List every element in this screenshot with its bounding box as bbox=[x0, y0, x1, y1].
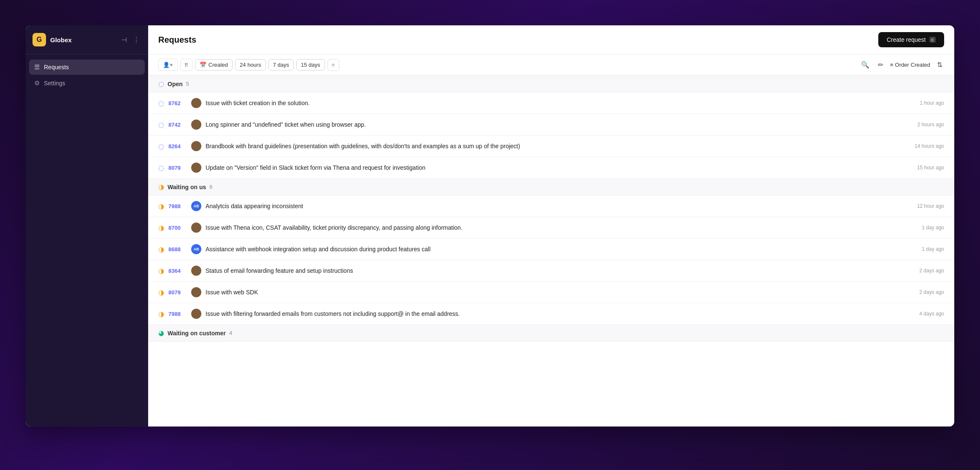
table-row[interactable]: ◑ 8700 Issue with Thena icon, CSAT avail… bbox=[148, 217, 954, 239]
sidebar-item-label-settings: Settings bbox=[44, 80, 65, 87]
status-icon-open: ◌ bbox=[158, 99, 164, 107]
status-icon-waiting-us: ◑ bbox=[158, 267, 164, 275]
request-title: Assistance with webhook integration setu… bbox=[206, 246, 902, 253]
sort-label[interactable]: ≡ Order Created bbox=[890, 62, 930, 68]
sidebar-header-actions: ⊣ ⋮ bbox=[119, 35, 141, 45]
table-row[interactable]: ◑ 8079 Issue with web SDK 2 days ago bbox=[148, 282, 954, 303]
sidebar-item-settings[interactable]: ⚙ Settings bbox=[29, 76, 145, 91]
add-filter-button[interactable]: + bbox=[328, 59, 339, 71]
search-button[interactable]: 🔍 bbox=[859, 59, 871, 71]
request-time: 15 hour ago bbox=[906, 165, 944, 171]
request-id: 8079 bbox=[168, 289, 187, 296]
open-group-count: 5 bbox=[186, 81, 189, 87]
created-filter-label: Created bbox=[208, 62, 228, 68]
status-icon-open: ◌ bbox=[158, 121, 164, 129]
request-time: 1 day ago bbox=[906, 246, 944, 252]
request-id: 8079 bbox=[168, 165, 187, 171]
filter-bar: 👤+ !! 📅 Created 24 hours 7 days 15 days bbox=[148, 54, 954, 76]
request-time: 2 days ago bbox=[906, 289, 944, 295]
request-title: Update on "Version" field in Slack ticke… bbox=[206, 164, 902, 171]
add-member-icon: 👤+ bbox=[163, 62, 173, 68]
request-id: 8762 bbox=[168, 100, 187, 106]
request-title: Issue with filtering forwarded emails fr… bbox=[206, 310, 902, 317]
request-title: Status of email forwarding feature and s… bbox=[206, 267, 902, 274]
sidebar-logo: G bbox=[32, 33, 46, 46]
avatar bbox=[191, 120, 201, 130]
24h-filter-tag[interactable]: 24 hours bbox=[235, 59, 266, 71]
status-icon-waiting-us: ◑ bbox=[158, 288, 164, 296]
waiting-customer-group-label: Waiting on customer bbox=[168, 330, 226, 337]
avatar bbox=[191, 141, 201, 151]
waiting-us-group-count: 6 bbox=[209, 184, 212, 190]
request-title: Issue with web SDK bbox=[206, 289, 902, 296]
table-row[interactable]: ◑ 8688 AB Assistance with webhook integr… bbox=[148, 239, 954, 260]
sidebar-header: G Globex ⊣ ⋮ bbox=[26, 25, 148, 54]
add-member-filter-btn[interactable]: 👤+ bbox=[158, 59, 178, 71]
sort-adjust-icon: ⇅ bbox=[937, 61, 942, 69]
top-bar: Requests Create request c bbox=[148, 25, 954, 54]
create-request-button[interactable]: Create request c bbox=[878, 32, 944, 47]
request-id: 7988 bbox=[168, 311, 187, 317]
group-header-waiting-us: ◑ Waiting on us 6 bbox=[148, 179, 954, 196]
sort-order-label: Order bbox=[895, 62, 909, 68]
sort-icon: ≡ bbox=[890, 62, 893, 68]
filter-bar-left: 👤+ !! 📅 Created 24 hours 7 days 15 days bbox=[158, 59, 857, 71]
15d-filter-tag[interactable]: 15 days bbox=[296, 59, 325, 71]
sidebar-item-label-requests: Requests bbox=[44, 64, 69, 71]
avatar bbox=[191, 223, 201, 233]
table-row[interactable]: ◌ 8742 Long spinner and "undefined" tick… bbox=[148, 114, 954, 136]
main-content: Requests Create request c 👤+ !! 📅 Create… bbox=[148, 25, 954, 427]
sidebar-app-name: Globex bbox=[50, 36, 115, 43]
waiting-us-group-label: Waiting on us bbox=[168, 184, 206, 190]
request-title: Issue with Thena icon, CSAT availability… bbox=[206, 224, 902, 231]
request-time: 2 days ago bbox=[906, 268, 944, 274]
status-icon-waiting-us: ◑ bbox=[158, 202, 164, 210]
sidebar-item-requests[interactable]: ☰ Requests bbox=[29, 60, 145, 75]
request-time: 14 hours ago bbox=[906, 143, 944, 149]
edit-columns-button[interactable]: ✏ bbox=[876, 59, 885, 71]
table-row[interactable]: ◑ 7988 AB Analytcis data appearing incon… bbox=[148, 196, 954, 217]
request-id: 7988 bbox=[168, 203, 187, 209]
request-time: 4 days ago bbox=[906, 311, 944, 317]
table-row[interactable]: ◑ 8364 Status of email forwarding featur… bbox=[148, 260, 954, 282]
waiting-us-group-icon: ◑ bbox=[158, 183, 164, 191]
request-list: ◌ Open 5 ◌ 8762 Issue with ticket creati… bbox=[148, 76, 954, 427]
waiting-customer-group-icon: ◕ bbox=[158, 329, 164, 337]
group-header-waiting-customer: ◕ Waiting on customer 4 bbox=[148, 325, 954, 342]
status-icon-waiting-us: ◑ bbox=[158, 224, 164, 232]
table-row[interactable]: ◌ 8079 Update on "Version" field in Slac… bbox=[148, 157, 954, 179]
status-icon-open: ◌ bbox=[158, 164, 164, 172]
request-title: Analytcis data appearing inconsistent bbox=[206, 203, 902, 209]
created-filter-tag[interactable]: 📅 Created bbox=[195, 59, 233, 71]
avatar bbox=[191, 287, 201, 297]
priority-icon: !! bbox=[185, 62, 188, 68]
collapse-sidebar-icon[interactable]: ⊣ bbox=[119, 35, 129, 45]
status-icon-waiting-us: ◑ bbox=[158, 245, 164, 253]
table-row[interactable]: ◑ 7988 Issue with filtering forwarded em… bbox=[148, 303, 954, 325]
request-time: 1 hour ago bbox=[906, 100, 944, 106]
7d-filter-tag[interactable]: 7 days bbox=[268, 59, 294, 71]
table-row[interactable]: ◌ 8762 Issue with ticket creation in the… bbox=[148, 92, 954, 114]
page-title: Requests bbox=[158, 35, 196, 45]
avatar: AB bbox=[191, 201, 201, 211]
sort-options-button[interactable]: ⇅ bbox=[935, 59, 944, 71]
calendar-icon: 📅 bbox=[200, 62, 206, 68]
request-id: 8700 bbox=[168, 225, 187, 231]
status-icon-open: ◌ bbox=[158, 142, 164, 150]
request-time: 1 day ago bbox=[906, 225, 944, 231]
waiting-customer-group-count: 4 bbox=[229, 330, 232, 336]
filter-bar-right: 🔍 ✏ ≡ Order Created ⇅ bbox=[859, 59, 944, 71]
create-request-shortcut: c bbox=[929, 37, 936, 43]
table-row[interactable]: ◌ 8264 Brandbook with brand guidelines (… bbox=[148, 136, 954, 157]
request-id: 8264 bbox=[168, 143, 187, 149]
status-icon-waiting-us: ◑ bbox=[158, 310, 164, 318]
plus-icon: + bbox=[331, 61, 335, 69]
avatar bbox=[191, 266, 201, 276]
app-shell: G Globex ⊣ ⋮ ☰ Requests ⚙ Settings Reque… bbox=[26, 25, 954, 427]
more-options-icon[interactable]: ⋮ bbox=[131, 35, 141, 45]
create-request-label: Create request bbox=[887, 36, 926, 43]
request-time: 12 hour ago bbox=[906, 203, 944, 209]
request-title: Brandbook with brand guidelines (present… bbox=[206, 143, 902, 149]
15d-filter-label: 15 days bbox=[301, 62, 320, 68]
priority-filter-btn[interactable]: !! bbox=[180, 59, 192, 71]
